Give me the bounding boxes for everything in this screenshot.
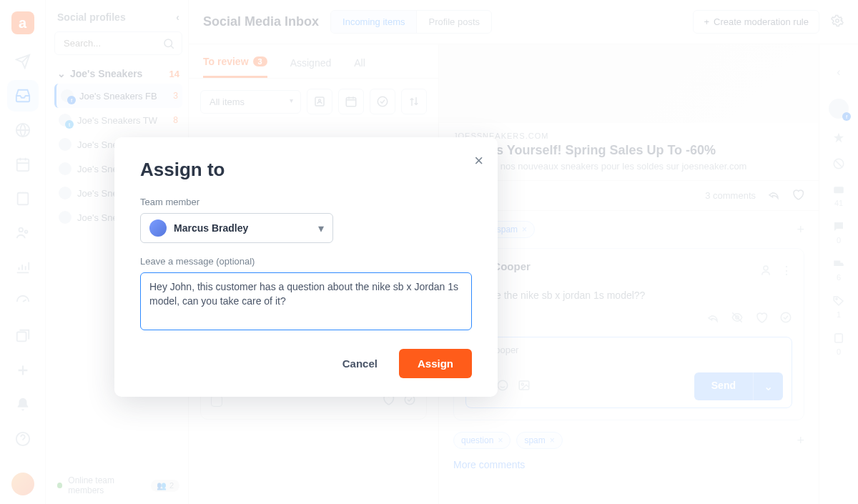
team-member-select[interactable]: Marcus Bradley <box>140 213 333 243</box>
close-icon[interactable]: × <box>474 152 483 170</box>
message-label: Leave a message (optional) <box>140 256 472 267</box>
assign-modal: × Assign to Team member Marcus Bradley L… <box>114 137 498 397</box>
modal-title: Assign to <box>140 159 472 181</box>
assign-button[interactable]: Assign <box>399 349 472 378</box>
member-avatar <box>149 219 167 237</box>
modal-overlay[interactable]: × Assign to Team member Marcus Bradley L… <box>0 0 858 504</box>
team-member-label: Team member <box>140 197 472 207</box>
message-textarea[interactable] <box>140 272 472 330</box>
cancel-button[interactable]: Cancel <box>332 350 388 377</box>
